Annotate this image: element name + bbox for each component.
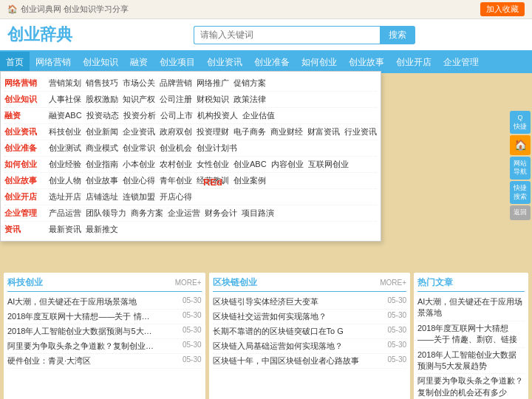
- dropdown-item[interactable]: 电子商务: [233, 126, 266, 137]
- float-search-btn[interactable]: 快捷搜索: [510, 181, 531, 204]
- float-nav-btn[interactable]: 网站导航: [510, 157, 531, 180]
- dropdown-item[interactable]: 股权激励: [86, 94, 118, 105]
- dropdown-item[interactable]: 政策法律: [233, 94, 266, 105]
- news-item-title[interactable]: 区块链十年，中国区块链创业者心路故事: [213, 355, 361, 366]
- float-back-btn[interactable]: 返回: [510, 205, 531, 220]
- hot-article-item[interactable]: 阿里要为争取头条之争道歉？复制创业的机会还有多少: [417, 374, 525, 399]
- dropdown-item[interactable]: 商业财经: [270, 126, 303, 137]
- news-item-title[interactable]: 阿里要为争取头条之争道歉？复制创业的机会还有多少？: [7, 341, 155, 352]
- news-item-title[interactable]: AI大潮，但关键还在于应用场景落地: [7, 296, 155, 307]
- dropdown-item[interactable]: 创业人物: [49, 175, 81, 186]
- dropdown-item[interactable]: 农村创业: [160, 159, 192, 170]
- dropdown-item[interactable]: 科技创业: [49, 126, 81, 137]
- news-item-title[interactable]: 区块链社交运营如何实现落地？: [213, 311, 361, 322]
- dropdown-item[interactable]: 内容创业: [271, 159, 304, 170]
- dropdown-item[interactable]: 商务方案: [131, 208, 163, 219]
- dropdown-item[interactable]: 项目路演: [242, 208, 274, 219]
- dropdown-item[interactable]: 促销方案: [233, 78, 266, 89]
- dropdown-item[interactable]: 创业计划书: [197, 143, 237, 154]
- dropdown-item[interactable]: 财税知识: [197, 94, 229, 105]
- dropdown-item[interactable]: 产品运营: [49, 208, 81, 219]
- dropdown-item[interactable]: 企业运营: [168, 208, 200, 219]
- dropdown-item[interactable]: 创业经验: [49, 159, 81, 170]
- dropdown-item[interactable]: 选址开店: [49, 191, 81, 202]
- dropdown-item[interactable]: 商业模式: [86, 143, 118, 154]
- dropdown-item[interactable]: 创业ABC: [233, 159, 267, 170]
- tech-section-header: 科技创业 MORE+: [7, 276, 202, 292]
- search-input[interactable]: [194, 26, 380, 44]
- dropdown-item[interactable]: 创业常识: [123, 143, 155, 154]
- dropdown-item[interactable]: 企业资讯: [123, 126, 155, 137]
- nav-item-wangluo[interactable]: 网络营销: [30, 52, 77, 73]
- blockchain-section-header: 区块链创业 MORE+: [213, 276, 407, 292]
- dropdown-item[interactable]: 创业新闻: [86, 126, 118, 137]
- nav-item-how[interactable]: 如何创业: [296, 52, 343, 73]
- nav-item-manage[interactable]: 企业管理: [437, 52, 485, 73]
- blockchain-section: 区块链创业 MORE+ 区块链引导实体经济巨大变革 05-30 区块链社交运营如…: [209, 273, 411, 399]
- news-item-title[interactable]: 2018年度互联网十大猜想——关于 情趣、剽窃、链: [7, 311, 155, 322]
- news-item-title[interactable]: 区块链引导实体经济巨大变革: [213, 296, 361, 307]
- dropdown-item[interactable]: 团队领导力: [86, 208, 126, 219]
- dropdown-item[interactable]: 创业机会: [160, 143, 192, 154]
- news-item-title[interactable]: 区块链入局基础运营如何实现落地？: [213, 341, 361, 352]
- dropdown-item[interactable]: 创业测试: [49, 143, 81, 154]
- dropdown-item[interactable]: 人事社保: [49, 94, 81, 105]
- hot-article-item[interactable]: 2018年人工智能创业大数据预测与5大发展趋势: [417, 348, 525, 375]
- news-item-title[interactable]: 硬件创业：青灵·大湾区: [7, 355, 155, 366]
- nav-item-prepare[interactable]: 创业准备: [248, 52, 296, 73]
- news-item: 硬件创业：青灵·大湾区 05-30: [7, 354, 202, 369]
- dropdown-item[interactable]: 知识产权: [123, 94, 155, 105]
- dropdown-item[interactable]: 融资ABC: [49, 110, 82, 121]
- nav-item-story[interactable]: 创业故事: [343, 52, 390, 73]
- nav-item-chuangye[interactable]: 创业知识: [77, 52, 124, 73]
- hot-article-item[interactable]: AI大潮，但关键还在于应用场景落地: [417, 295, 525, 321]
- nav-item-rongzi[interactable]: 融资: [124, 52, 154, 73]
- dropdown-item[interactable]: 品牌营销: [160, 78, 192, 89]
- hot-article-item[interactable]: 2018年度互联网十大猜想——关于 情趣、剽窃、链接: [417, 321, 525, 348]
- dropdown-item[interactable]: 市场公关: [123, 78, 155, 89]
- blockchain-section-more[interactable]: MORE+: [380, 279, 406, 287]
- dropdown-item[interactable]: 投资动态: [86, 110, 119, 121]
- dropdown-item[interactable]: 连锁加盟: [123, 191, 155, 202]
- dropdown-item[interactable]: 店铺选址: [86, 191, 118, 202]
- news-item-title[interactable]: 长期不靠谱的的区块链突破口在To G: [213, 326, 361, 337]
- dropdown-item[interactable]: 创业指南: [86, 159, 118, 170]
- dropdown-item[interactable]: 创业故事: [86, 175, 118, 186]
- dropdown-item[interactable]: 开店心得: [160, 191, 192, 202]
- dropdown-item[interactable]: 企业估值: [242, 110, 275, 121]
- nav-item-store[interactable]: 创业开店: [390, 52, 437, 73]
- float-home-btn[interactable]: 🏠: [510, 135, 531, 154]
- nav-item-home[interactable]: 首页: [0, 52, 30, 73]
- tech-section-more[interactable]: MORE+: [175, 279, 202, 287]
- dropdown-item[interactable]: 销售技巧: [86, 78, 118, 89]
- dropdown-item[interactable]: 投资分析: [123, 110, 156, 121]
- dropdown-item[interactable]: 女性创业: [197, 159, 229, 170]
- dropdown-item[interactable]: 财务会计: [205, 208, 237, 219]
- dropdown-item[interactable]: 公司上市: [160, 110, 193, 121]
- nav-item-news[interactable]: 创业资讯: [201, 52, 248, 73]
- dropdown-item[interactable]: 营销策划: [49, 78, 81, 89]
- float-quick-btn[interactable]: Q快捷: [510, 111, 531, 134]
- dropdown-items-0: 营销策划 销售技巧 市场公关 品牌营销 网络推广 促销方案: [49, 78, 266, 89]
- dropdown-item[interactable]: 财富资讯: [307, 126, 340, 137]
- dropdown-item[interactable]: 创业心得: [123, 175, 155, 186]
- dropdown-item[interactable]: 公司注册: [160, 94, 192, 105]
- news-item-title[interactable]: 2018年人工智能创业大数据预测与5大发展趋势: [7, 326, 155, 337]
- dropdown-item[interactable]: 小本创业: [123, 159, 155, 170]
- nav-item-project[interactable]: 创业项目: [154, 52, 201, 73]
- dropdown-item[interactable]: 网络推广: [197, 78, 229, 89]
- join-button[interactable]: 加入收藏: [480, 2, 525, 16]
- news-item-date: 05-30: [183, 311, 202, 322]
- dropdown-item[interactable]: 互联网创业: [308, 159, 349, 170]
- dropdown-item[interactable]: 青年创业: [160, 175, 192, 186]
- search-button[interactable]: 搜索: [380, 26, 415, 44]
- dropdown-item[interactable]: 行业资讯: [344, 126, 377, 137]
- dropdown-item[interactable]: 投资理财: [197, 126, 229, 137]
- dropdown-item[interactable]: 政府双创: [160, 126, 192, 137]
- dropdown-item[interactable]: 创业案例: [233, 175, 266, 186]
- news-item: 区块链社交运营如何实现落地？ 05-30: [213, 310, 407, 324]
- dropdown-item[interactable]: 机构投资人: [197, 110, 238, 121]
- dropdown-item[interactable]: 经营教训: [197, 175, 229, 186]
- dropdown-item[interactable]: 最新推文: [86, 224, 118, 235]
- dropdown-item[interactable]: 最新资讯: [49, 224, 81, 235]
